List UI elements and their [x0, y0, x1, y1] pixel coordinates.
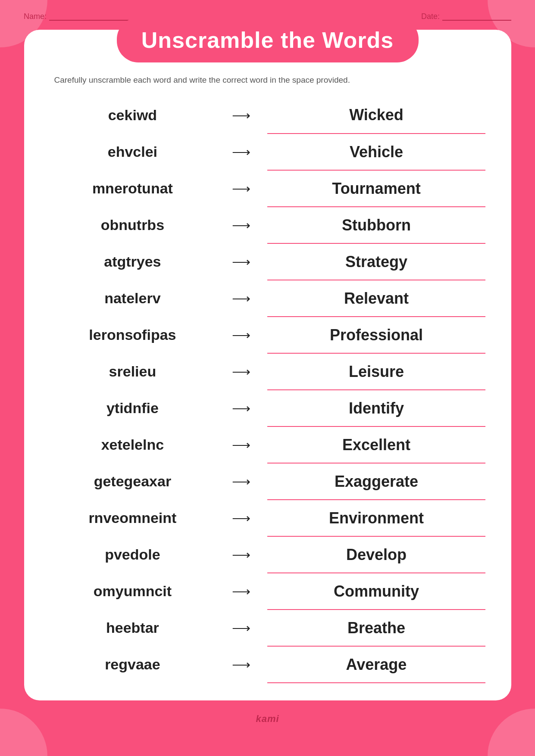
table-row: ehvclei⟶Vehicle	[50, 134, 485, 170]
arrow-icon: ⟶	[215, 536, 267, 573]
scrambled-word: pvedole	[50, 536, 216, 573]
scrambled-word: leronsofipas	[50, 317, 216, 353]
answer-word: Develop	[267, 536, 485, 573]
scrambled-word: getegeaxar	[50, 463, 216, 500]
scrambled-word: atgtryes	[50, 243, 216, 280]
table-row: omyumncit⟶Community	[50, 573, 485, 610]
table-row: pvedole⟶Develop	[50, 536, 485, 573]
answer-word: Average	[267, 646, 485, 683]
arrow-icon: ⟶	[215, 243, 267, 280]
scrambled-word: omyumncit	[50, 573, 216, 610]
arrow-icon: ⟶	[215, 646, 267, 683]
table-row: atgtryes⟶Strategy	[50, 243, 485, 280]
arrow-icon: ⟶	[215, 280, 267, 317]
date-field: Date:	[421, 12, 511, 21]
table-row: mnerotunat⟶Tournament	[50, 170, 485, 207]
corner-decoration-bl	[0, 709, 47, 756]
answer-word: Vehicle	[267, 134, 485, 170]
answer-word: Tournament	[267, 170, 485, 207]
table-row: srelieu⟶Leisure	[50, 353, 485, 390]
scrambled-word: ytidnfie	[50, 390, 216, 426]
scrambled-word: obnutrbs	[50, 207, 216, 243]
footer-brand: kami	[256, 713, 279, 725]
scrambled-word: ehvclei	[50, 134, 216, 170]
date-input-line[interactable]	[442, 13, 511, 21]
answer-word: Identify	[267, 390, 485, 426]
words-table: cekiwd⟶Wickedehvclei⟶Vehiclemnerotunat⟶T…	[50, 97, 485, 683]
table-row: natelerv⟶Relevant	[50, 280, 485, 317]
scrambled-word: regvaae	[50, 646, 216, 683]
arrow-icon: ⟶	[215, 500, 267, 536]
arrow-icon: ⟶	[215, 317, 267, 353]
answer-word: Exaggerate	[267, 463, 485, 500]
answer-word: Excellent	[267, 426, 485, 463]
arrow-icon: ⟶	[215, 610, 267, 646]
page-title: Unscramble the Words	[134, 27, 401, 53]
page-wrapper: Name: Date: Unscramble the Words Careful…	[0, 0, 535, 756]
answer-word: Leisure	[267, 353, 485, 390]
arrow-icon: ⟶	[215, 463, 267, 500]
name-label: Name:	[24, 12, 47, 21]
answer-word: Professional	[267, 317, 485, 353]
arrow-icon: ⟶	[215, 134, 267, 170]
main-card: Unscramble the Words Carefully unscrambl…	[24, 30, 511, 700]
answer-word: Community	[267, 573, 485, 610]
table-row: cekiwd⟶Wicked	[50, 97, 485, 134]
instruction-text: Carefully unscramble each word and write…	[50, 75, 485, 85]
answer-word: Relevant	[267, 280, 485, 317]
table-row: leronsofipas⟶Professional	[50, 317, 485, 353]
scrambled-word: natelerv	[50, 280, 216, 317]
scrambled-word: cekiwd	[50, 97, 216, 134]
table-row: ytidnfie⟶Identify	[50, 390, 485, 426]
answer-word: Environment	[267, 500, 485, 536]
scrambled-word: heebtar	[50, 610, 216, 646]
table-row: regvaae⟶Average	[50, 646, 485, 683]
scrambled-word: mnerotunat	[50, 170, 216, 207]
table-row: rnveomneint⟶Environment	[50, 500, 485, 536]
answer-word: Stubborn	[267, 207, 485, 243]
title-banner: Unscramble the Words	[117, 18, 419, 62]
corner-decoration-br	[488, 709, 535, 756]
table-row: xetelelnc⟶Excellent	[50, 426, 485, 463]
table-row: heebtar⟶Breathe	[50, 610, 485, 646]
arrow-icon: ⟶	[215, 426, 267, 463]
arrow-icon: ⟶	[215, 207, 267, 243]
answer-word: Wicked	[267, 97, 485, 134]
table-row: obnutrbs⟶Stubborn	[50, 207, 485, 243]
scrambled-word: xetelelnc	[50, 426, 216, 463]
arrow-icon: ⟶	[215, 170, 267, 207]
arrow-icon: ⟶	[215, 390, 267, 426]
table-row: getegeaxar⟶Exaggerate	[50, 463, 485, 500]
date-label: Date:	[421, 12, 440, 21]
arrow-icon: ⟶	[215, 97, 267, 134]
scrambled-word: srelieu	[50, 353, 216, 390]
arrow-icon: ⟶	[215, 353, 267, 390]
answer-word: Strategy	[267, 243, 485, 280]
answer-word: Breathe	[267, 610, 485, 646]
arrow-icon: ⟶	[215, 573, 267, 610]
scrambled-word: rnveomneint	[50, 500, 216, 536]
